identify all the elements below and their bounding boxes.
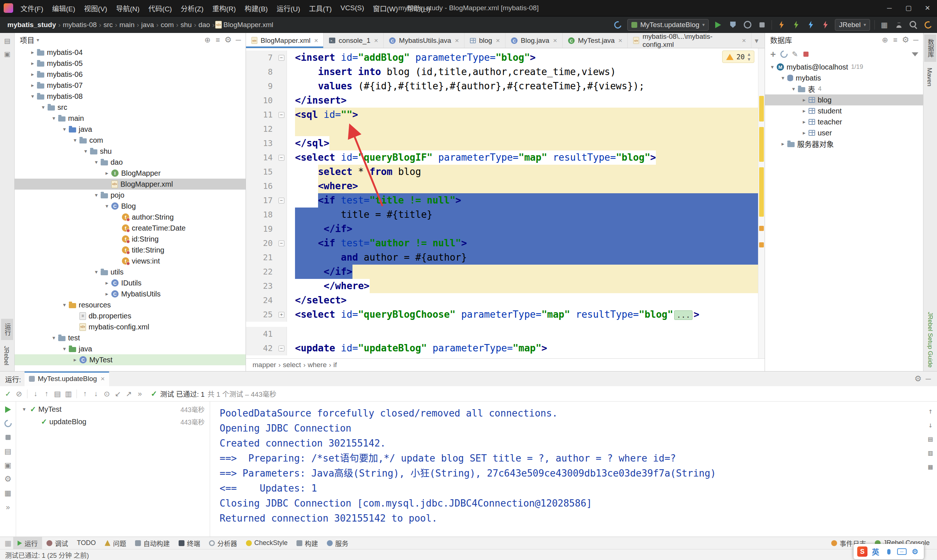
fold-icon[interactable]: −	[277, 112, 286, 118]
update-icon[interactable]	[923, 20, 933, 30]
chevron-down-icon[interactable]: ▾	[49, 335, 58, 341]
locate-icon[interactable]	[202, 35, 213, 45]
chevron-right-icon[interactable]: ▸	[28, 49, 37, 55]
project-row-views:int[interactable]: views:int	[15, 255, 246, 266]
db-row-teacher[interactable]: ▸teacher	[765, 116, 923, 128]
refresh-icon[interactable]	[3, 418, 13, 429]
chevron-right-icon[interactable]: ▸	[800, 118, 809, 125]
chevron-down-icon[interactable]: ▾	[60, 346, 69, 352]
project-row-BlogMapper.xml[interactable]: BlogMapper.xml	[15, 178, 246, 189]
tool-window-button-调试[interactable]: 调试	[42, 537, 72, 549]
stripe-warning-mark[interactable]	[759, 226, 764, 231]
chevron-down-icon[interactable]: ▾	[49, 115, 58, 122]
chevron-right-icon[interactable]: ▸	[103, 170, 111, 177]
chevron-down-icon[interactable]: ▾	[779, 75, 787, 81]
project-row-com[interactable]: ▾com	[15, 135, 246, 146]
menu-item-构建(B)[interactable]: 构建(B)	[240, 0, 272, 16]
menu-item-代码(C)[interactable]: 代码(C)	[144, 0, 176, 16]
close-icon[interactable]: ×	[742, 37, 746, 45]
chevron-down-icon[interactable]: ▾	[789, 86, 798, 92]
tool-window-button-TODO[interactable]: TODO	[72, 537, 100, 549]
project-row-MybatisUtils[interactable]: ▸MybatisUtils	[15, 288, 246, 299]
chevron-right-icon[interactable]: ▸	[800, 97, 809, 103]
menu-item-运行(U)[interactable]: 运行(U)	[272, 0, 305, 16]
chevron-down-icon[interactable]: ▾	[20, 406, 29, 412]
filter-icon[interactable]	[910, 49, 920, 59]
settings-icon[interactable]	[900, 35, 911, 45]
tool-window-button-分析器[interactable]: 分析器	[205, 537, 242, 549]
db-row-user[interactable]: ▸user	[765, 128, 923, 138]
chevron-right-icon[interactable]: ▸	[800, 129, 809, 136]
project-row-java[interactable]: ▾java	[15, 124, 246, 135]
chevron-down-icon[interactable]: ▾	[92, 192, 101, 198]
project-row-mybatis-07[interactable]: ▸mybatis-07	[15, 80, 246, 91]
collapse-icon[interactable]	[213, 35, 223, 45]
collapse-icon[interactable]	[890, 35, 900, 45]
db-row-表[interactable]: ▾表4	[765, 83, 923, 94]
close-icon[interactable]: ×	[314, 37, 318, 45]
add-icon[interactable]	[768, 49, 778, 59]
fold-icon[interactable]: −	[277, 197, 286, 203]
jrebel-sync-icon[interactable]	[806, 20, 816, 30]
nopass-icon[interactable]	[14, 389, 24, 399]
stop-button[interactable]	[757, 20, 767, 30]
check-icon[interactable]	[3, 389, 13, 399]
menu-item-视图(V)[interactable]: 视图(V)	[80, 0, 112, 16]
chevron-down-icon[interactable]: ▾	[92, 269, 101, 275]
ime-settings-icon[interactable]	[910, 546, 920, 557]
project-row-author:String[interactable]: author:String	[15, 212, 246, 223]
project-row-Blog[interactable]: ▾Blog	[15, 201, 246, 212]
right-strip-tab-数据库[interactable]: 数据库	[924, 34, 936, 62]
menu-item-分析(Z)[interactable]: 分析(Z)	[177, 0, 208, 16]
tool-window-button-终端[interactable]: 终端	[174, 537, 205, 549]
close-button[interactable]: ✕	[918, 0, 937, 16]
right-strip-tab-Maven[interactable]: Maven	[924, 63, 934, 91]
jrebel-debug-icon[interactable]	[791, 20, 801, 30]
tool-window-button-自动构建[interactable]: 自动构建	[131, 537, 174, 549]
chevdown-icon[interactable]	[751, 35, 762, 46]
editor-breadcrumb-item[interactable]: mapper	[252, 361, 276, 369]
project-row-dao[interactable]: ▾dao	[15, 157, 246, 168]
project-row-BlogMapper[interactable]: ▸BlogMapper	[15, 168, 246, 178]
coverage-button[interactable]	[728, 20, 738, 30]
list2-icon[interactable]	[63, 389, 74, 399]
pin-icon[interactable]	[3, 488, 13, 498]
menu-item-帮助(H)[interactable]: 帮助(H)	[402, 0, 434, 16]
fold-icon[interactable]: −	[277, 55, 286, 61]
breadcrumb-item[interactable]: shu	[179, 21, 193, 29]
close-icon[interactable]: ×	[553, 37, 557, 45]
project-row-id:String[interactable]: id:String	[15, 234, 246, 245]
down-icon[interactable]	[925, 420, 935, 430]
tool-window-button-问题[interactable]: 问题	[100, 537, 131, 549]
tool-window-button-构建[interactable]: 构建	[292, 537, 323, 549]
breadcrumb-item[interactable]: src	[102, 21, 114, 29]
tool-window-button-CheckStyle[interactable]: CheckStyle	[242, 537, 292, 549]
settings-icon[interactable]	[223, 35, 233, 45]
reload-icon[interactable]	[613, 20, 623, 30]
run-settings-icon[interactable]	[913, 374, 923, 384]
menu-item-编辑(E)[interactable]: 编辑(E)	[48, 0, 79, 16]
fold-icon[interactable]: −	[277, 154, 286, 161]
pin-icon[interactable]	[925, 462, 935, 472]
chevron-right-icon[interactable]: ▸	[28, 60, 37, 67]
menu-item-窗口(W)[interactable]: 窗口(W)	[369, 0, 403, 16]
editor-breadcrumb-item[interactable]: if	[334, 361, 337, 369]
project-row-src[interactable]: ▾src	[15, 102, 246, 113]
edit-icon[interactable]	[790, 49, 800, 59]
editor-tab-MyTest.java[interactable]: MyTest.java×	[563, 33, 628, 48]
chevron-right-icon[interactable]: ▸	[28, 82, 37, 89]
close-icon[interactable]: ×	[101, 375, 105, 383]
project-row-shu[interactable]: ▾shu	[15, 146, 246, 157]
tool-window-button-服务[interactable]: 服务	[323, 537, 353, 549]
chevron-down-icon[interactable]: ▾	[28, 93, 37, 100]
project-tool-icon[interactable]: ▤	[2, 36, 12, 46]
stripe-warning-mark[interactable]	[759, 242, 764, 248]
project-row-mybatis-config.xml[interactable]: mybatis-config.xml	[15, 322, 246, 332]
settings-icon[interactable]	[3, 474, 13, 484]
tool-window-button-运行[interactable]: 运行	[13, 537, 42, 549]
breadcrumb-item[interactable]: main	[118, 21, 136, 29]
list-icon[interactable]	[925, 434, 935, 444]
hide-icon[interactable]	[233, 35, 243, 45]
maximize-button[interactable]: ▢	[899, 0, 918, 16]
project-row-utils[interactable]: ▾utils	[15, 266, 246, 277]
